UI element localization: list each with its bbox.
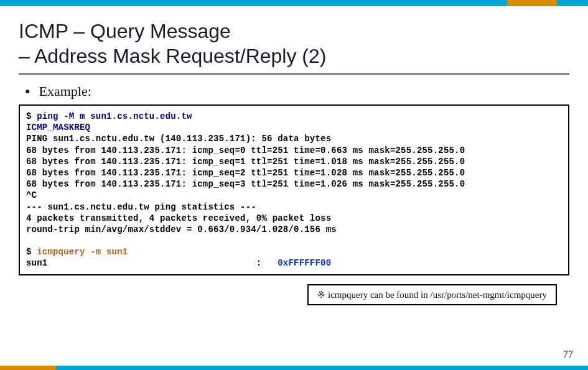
terminal-output-box: $ ping -M m sun1.cs.nctu.edu.tw ICMP_MAS…: [19, 104, 569, 275]
line-reply-2: 68 bytes from 140.113.235.171: icmp_seq=…: [26, 168, 465, 178]
bullet-example-text: Example:: [39, 83, 91, 99]
title-line-1: ICMP – Query Message: [19, 20, 231, 42]
page-number: 77: [563, 349, 573, 360]
line-reply-0: 68 bytes from 140.113.235.171: icmp_seq=…: [26, 146, 465, 155]
slide-title: ICMP – Query Message – Address Mask Requ…: [19, 19, 569, 75]
top-accent-orange: [507, 0, 557, 6]
line-reply-1: 68 bytes from 140.113.235.171: icmp_seq=…: [26, 157, 465, 167]
line-reply-3: 68 bytes from 140.113.235.171: icmp_seq=…: [26, 179, 465, 189]
line-stats-header: --- sun1.cs.nctu.edu.tw ping statistics …: [26, 202, 256, 212]
line-icmp-maskreq: ICMP_MASKREQ: [26, 123, 90, 132]
prompt-1: $: [26, 111, 37, 121]
bottom-accent-orange: [0, 366, 56, 370]
prompt-2: $: [26, 247, 37, 257]
command-icmpquery: icmpquery -m sun1: [37, 247, 128, 257]
top-accent-bar: [0, 0, 588, 6]
result-host: sun1: [26, 258, 47, 268]
line-stats-rtt: round-trip min/avg/max/stddev = 0.663/0.…: [26, 224, 337, 234]
slide-content: ICMP – Query Message – Address Mask Requ…: [0, 6, 588, 275]
footnote-box: ※ icmpquery can be found in /usr/ports/n…: [307, 284, 557, 305]
bottom-accent-bar: [0, 366, 588, 370]
line-ctrl-c: ^C: [26, 190, 37, 200]
result-separator: :: [47, 258, 278, 268]
footnote-text: ※ icmpquery can be found in /usr/ports/n…: [317, 290, 547, 300]
line-ping-header: PING sun1.cs.nctu.edu.tw (140.113.235.17…: [26, 134, 331, 144]
bullet-example: Example:: [25, 83, 569, 99]
title-line-2: – Address Mask Request/Reply (2): [19, 45, 326, 67]
line-stats-packets: 4 packets transmitted, 4 packets receive…: [26, 213, 331, 223]
command-ping: ping -M m sun1.cs.nctu.edu.tw: [37, 111, 192, 121]
result-value: 0xFFFFFF00: [278, 258, 331, 268]
